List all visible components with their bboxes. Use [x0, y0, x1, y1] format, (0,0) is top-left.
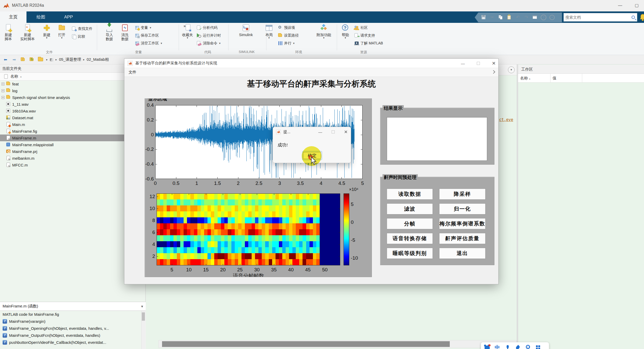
speech-convert-store-button[interactable]: 语音转换存储 [387, 233, 433, 244]
find-files-button[interactable]: 查找文件 [72, 25, 92, 33]
dialog-maximize-icon[interactable] [477, 62, 480, 65]
community-button[interactable]: 社区 [354, 24, 383, 32]
snore-quality-assess-button[interactable]: 鼾声评估质量 [439, 233, 486, 244]
function-list-scrollbar-thumb[interactable] [142, 312, 145, 321]
ime-logo-icon[interactable] [485, 345, 490, 349]
import-data-button[interactable]: 导入数据 [102, 24, 117, 49]
file-row-speech-signal-short-time-analysis[interactable]: +Speech signal short time analysis [0, 94, 145, 101]
toolbar-dropdown-icon[interactable]: ▼ [549, 14, 555, 21]
sleep-grade-judge-button[interactable]: 睡眠等级判别 [387, 248, 433, 259]
function-selector-bar[interactable]: MainFrame.m (函数) ▾ [0, 302, 146, 311]
clear-commands-button[interactable]: 清除命令▼ [197, 39, 221, 47]
editor-hscrollbar-thumb[interactable] [162, 341, 450, 347]
new-button[interactable]: 新建▼ [39, 24, 54, 49]
save-workspace-button[interactable]: 保存工作区 [135, 32, 163, 39]
addons-button[interactable]: 附加功能▼ [313, 24, 335, 49]
clean-data-button[interactable]: ∿ 清洗数据 [117, 24, 132, 49]
cut-icon[interactable]: ✂ [489, 14, 495, 21]
doc-search-box[interactable] [564, 13, 637, 22]
maximize-button[interactable]: ▢ [632, 2, 642, 9]
function-file-comment[interactable]: MATLAB code for MainFrame.fig [0, 311, 146, 318]
ime-voice-icon[interactable] [505, 345, 511, 349]
framing-button[interactable]: 分帧 [387, 218, 433, 229]
learn-matlab-button[interactable]: ▶ 了解 MATLAB [354, 39, 383, 47]
breadcrumb-folder1[interactable]: 05_课题整理 [59, 57, 81, 62]
forward-icon[interactable]: ➡ [11, 57, 18, 63]
parallel-button[interactable]: 并行▼ [278, 39, 299, 47]
file-row-log[interactable]: +log [0, 87, 145, 94]
file-row-main-m[interactable]: +Main.m [0, 121, 145, 128]
filter-button[interactable]: 滤波 [387, 203, 433, 214]
exit-button[interactable]: 退出 [439, 248, 486, 259]
dialog-titlebar[interactable]: 基于移动平台的鼾声采集与分析系统设计与实现 — ✕ [124, 59, 498, 68]
workspace-name-column[interactable]: 名称 ▴ [518, 74, 551, 83]
tab-home[interactable]: 主页 [0, 11, 26, 23]
message-minimize-icon[interactable]: — [318, 130, 322, 134]
clear-workspace-button[interactable]: 清空工作区▼ [135, 39, 163, 47]
notification-bell-icon[interactable] [639, 13, 644, 21]
open-button[interactable]: 打开▼ [55, 24, 69, 49]
workspace-value-column[interactable]: 值 [551, 74, 582, 83]
back-icon[interactable]: ⬅ [2, 57, 9, 63]
file-row-dataset-mat[interactable]: +Dataset.mat [0, 114, 145, 121]
file-list-header[interactable]: 名称 ▴ [0, 73, 145, 80]
dialog-close-icon[interactable]: ✕ [492, 61, 496, 66]
collapse-panel-icon[interactable]: ▼ [508, 66, 515, 73]
file-row-mainframe-m[interactable]: +fxMainFrame.m [0, 135, 145, 141]
normalize-button[interactable]: 归一化 [439, 203, 486, 214]
run-and-time-button[interactable]: 运行并计时 [197, 32, 221, 39]
dialog-minimize-icon[interactable]: — [461, 61, 465, 66]
window-layout-icon[interactable] [532, 14, 538, 21]
file-row-melbankm-m[interactable]: +fxmelbankm.m [0, 155, 145, 162]
up-folder-icon[interactable]: ↑ [20, 57, 26, 63]
save-icon[interactable] [480, 14, 487, 21]
request-support-button[interactable]: ➔ 请求支持 [354, 32, 383, 39]
favorites-button[interactable]: »★ 收藏夹▼ [180, 24, 195, 49]
preferences-button[interactable]: 预设项 [278, 24, 299, 32]
file-row-mainframe-prj[interactable]: +MainFrame.prj [0, 148, 145, 155]
message-titlebar[interactable]: 提... — ✕ [273, 127, 351, 137]
expander-icon[interactable]: + [2, 83, 4, 85]
message-close-icon[interactable]: ✕ [344, 129, 348, 135]
copy-icon[interactable] [498, 14, 504, 21]
expander-icon[interactable]: + [2, 96, 4, 99]
simulink-button[interactable]: Simulink [237, 24, 255, 49]
function-list-item[interactable]: fMainFrame_OutputFcn(hObject, eventdata,… [0, 332, 146, 339]
ime-mode-icon[interactable]: 中 [495, 345, 500, 349]
message-maximize-icon[interactable] [332, 130, 335, 133]
read-data-button[interactable]: 读取数据 [387, 189, 433, 200]
set-path-button[interactable]: 设置路径 [278, 32, 299, 39]
function-list-item[interactable]: fMainFrame_OpeningFcn(hObject, eventdata… [0, 325, 146, 332]
function-list-item[interactable]: fMainFrame(varargin) [0, 318, 146, 325]
file-row-mfcc-m[interactable]: +fxMFCC.m [0, 162, 145, 168]
layout-button[interactable]: 布局▼ [262, 24, 276, 49]
undo-icon[interactable]: ↶ [515, 14, 521, 21]
ime-skin-icon[interactable] [515, 345, 521, 349]
menu-file[interactable]: 文件 [129, 70, 136, 75]
downsample-button[interactable]: 降采样 [439, 189, 486, 200]
file-row-16b10aa-wav[interactable]: +16b10Aa.wav [0, 108, 145, 114]
new-script-button[interactable]: 新建脚本 [0, 24, 16, 49]
expander-icon[interactable]: + [2, 89, 4, 92]
search-icon[interactable] [632, 16, 635, 19]
compare-button[interactable]: 比较 [72, 33, 92, 41]
function-list-item[interactable]: fpushbuttonOpenVideoFile_Callback(hObjec… [0, 339, 146, 346]
ime-toolbox-icon[interactable] [535, 345, 541, 349]
file-row-feat[interactable]: +feat [0, 80, 145, 87]
redo-icon[interactable]: ↷ [523, 14, 529, 21]
new-live-script-button[interactable]: ≈ 新建实时脚本 [16, 24, 39, 49]
tab-plots[interactable]: 绘图 [28, 11, 54, 23]
file-row-mainframe-fig[interactable]: +MainFrame.fig [0, 128, 145, 135]
variables-button[interactable]: 变量▼ [135, 24, 163, 32]
tab-apps[interactable]: APP [55, 11, 82, 23]
ime-emoji-icon[interactable] [525, 345, 531, 349]
file-row-1-11-wav[interactable]: +1_11.wav [0, 101, 145, 108]
minimize-button[interactable]: — [615, 2, 625, 9]
breadcrumb-folder2[interactable]: 02_Matlab相 [87, 57, 109, 62]
browse-folder-icon[interactable]: ↻ [29, 57, 35, 63]
analyze-code-button[interactable]: ✓ 分析代码 [197, 24, 221, 32]
paste-icon[interactable] [506, 14, 512, 21]
help-button[interactable]: ? 帮助▼ [338, 24, 353, 49]
breadcrumb-drive[interactable]: E: [50, 57, 53, 62]
mfcc-button[interactable]: 梅尔频率倒谱系数 [439, 218, 486, 229]
